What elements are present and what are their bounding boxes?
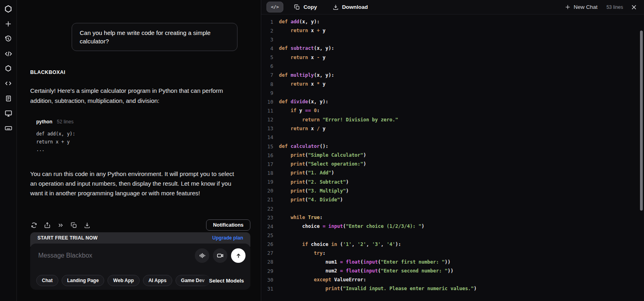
code-editor-icon[interactable]	[4, 49, 13, 58]
download-label: Download	[342, 4, 368, 10]
code-preview-card[interactable]: python 52 lines def add(x, y): return x …	[36, 119, 75, 154]
new-chat-button[interactable]: New Chat	[565, 4, 597, 10]
code-line: 17 print("Select operation:")	[261, 160, 644, 168]
blackbox-logo-icon[interactable]	[4, 4, 13, 14]
code-line: 16 print("Simple Calculator")	[261, 151, 644, 160]
code-line: 1def add(x, y):	[261, 17, 644, 26]
code-line: 4def subtract(x, y):	[261, 44, 644, 53]
trial-banner-title: START FREE TRIAL NOW	[37, 235, 98, 241]
code-line: 8 return x * y	[261, 80, 644, 88]
code-line: 9	[261, 88, 644, 97]
new-chat-icon[interactable]	[4, 19, 13, 29]
send-button[interactable]	[231, 248, 246, 263]
code-line: 6	[261, 62, 644, 71]
icon-rail	[0, 0, 17, 301]
code-line: 23 while True:	[261, 213, 644, 222]
docs-icon[interactable]	[4, 94, 13, 103]
code-line: 3	[261, 35, 644, 44]
new-chat-label: New Chat	[574, 4, 597, 10]
code-preview-snippet: def add(x, y): return x + y ...	[36, 130, 75, 154]
download-icon	[332, 4, 339, 10]
copy-label: Copy	[303, 4, 317, 10]
code-editor-body[interactable]: 1def add(x, y):2 return x + y34def subtr…	[261, 14, 644, 301]
voice-input-button[interactable]	[195, 248, 209, 263]
message-actions-row: Notifications	[30, 219, 250, 231]
share-icon[interactable]	[43, 221, 51, 229]
code-line: 21 print("4. Divide")	[261, 195, 644, 204]
lines-count-badge: 53 lines	[607, 4, 623, 10]
history-icon[interactable]	[4, 34, 13, 43]
code-snippets-icon[interactable]	[4, 79, 13, 88]
composer-buttons	[195, 248, 246, 263]
chip-landing-page[interactable]: Landing Page	[62, 275, 105, 286]
chat-pane: Can you help me write code for creating …	[17, 0, 261, 301]
code-line: 11 if y == 0:	[261, 106, 644, 115]
message-composer[interactable]: Message Blackbox Chat Landing Page Web A…	[30, 244, 250, 290]
assistant-name-label: BLACKBOXAI	[30, 70, 65, 75]
copy-icon	[294, 4, 300, 10]
user-message-bubble: Can you help me write code for creating …	[72, 23, 237, 51]
code-lines: 1def add(x, y):2 return x + y34def subtr…	[261, 17, 644, 293]
assistant-paragraph-1: Certainly! Here's a simple calculator pr…	[30, 86, 240, 106]
agents-icon[interactable]	[4, 64, 13, 73]
chip-ai-apps[interactable]: AI Apps	[143, 275, 172, 286]
chip-web-app[interactable]: Web App	[107, 275, 139, 286]
code-lines-label: 52 lines	[57, 119, 73, 125]
composer-placeholder[interactable]: Message Blackbox	[38, 252, 92, 259]
code-line: 2 return x + y	[261, 26, 644, 35]
code-line: 22	[261, 204, 644, 213]
code-line: 15def calculator():	[261, 142, 644, 151]
select-models-container: Select Models	[198, 275, 250, 286]
vertical-scrollbar-thumb[interactable]	[640, 31, 643, 211]
code-line: 5 return x - y	[261, 53, 644, 62]
desktop-app-icon[interactable]	[4, 109, 13, 118]
app-window: Can you help me write code for creating …	[0, 0, 644, 301]
code-line: 27 try:	[261, 249, 644, 258]
code-line: 30 except ValueError:	[261, 275, 644, 284]
code-line: 19 print("2. Subtract")	[261, 178, 644, 186]
plus-icon	[565, 4, 571, 10]
download-code-button[interactable]: Download	[332, 4, 368, 10]
code-line: 25	[261, 231, 644, 240]
code-line: 10def divide(x, y):	[261, 97, 644, 106]
video-input-button[interactable]	[213, 248, 227, 263]
toolbar-right-group: New Chat 53 lines	[565, 4, 638, 11]
code-line: 31 print("Invalid input. Please enter nu…	[261, 284, 644, 293]
code-panel-toolbar: </> Copy Download New Chat 53 lines	[261, 0, 644, 14]
continue-chevrons-icon[interactable]	[57, 221, 64, 229]
user-message-text: Can you help me write code for creating …	[80, 29, 211, 45]
notifications-button[interactable]: Notifications	[206, 219, 250, 231]
copy-icon[interactable]	[70, 221, 77, 229]
close-panel-icon[interactable]	[630, 4, 638, 11]
code-line: 20 print("3. Multiply")	[261, 186, 644, 195]
code-line: 28 num1 = float(input("Enter first numbe…	[261, 258, 644, 266]
code-line: 24 choice = input("Enter choice (1/2/3/4…	[261, 222, 644, 231]
keyboard-shortcuts-icon[interactable]	[4, 123, 13, 133]
code-line: 13 return x / y	[261, 124, 644, 133]
chip-chat[interactable]: Chat	[36, 275, 58, 286]
select-models-button[interactable]: Select Models	[209, 278, 244, 284]
code-line: 12 return "Error! Division by zero."	[261, 115, 644, 124]
code-line: 26 if choice in ('1', '2', '3', '4'):	[261, 240, 644, 249]
upgrade-plan-link[interactable]: Upgrade plan	[212, 235, 243, 241]
code-language-label: python	[36, 119, 52, 125]
regenerate-icon[interactable]	[30, 221, 37, 229]
download-icon[interactable]	[83, 221, 91, 229]
code-view-toggle[interactable]: </>	[266, 2, 283, 12]
code-line: 18 print("1. Add")	[261, 168, 644, 177]
assistant-paragraph-2: You can run this code in any Python envi…	[30, 169, 240, 198]
code-preview-header: python 52 lines	[36, 119, 75, 125]
code-line: 7def multiply(x, y):	[261, 71, 644, 80]
code-line: 29 num2 = float(input("Enter second numb…	[261, 266, 644, 275]
code-line: 14	[261, 133, 644, 142]
code-panel: </> Copy Download New Chat 53 lines	[261, 0, 644, 301]
copy-code-button[interactable]: Copy	[294, 4, 317, 10]
